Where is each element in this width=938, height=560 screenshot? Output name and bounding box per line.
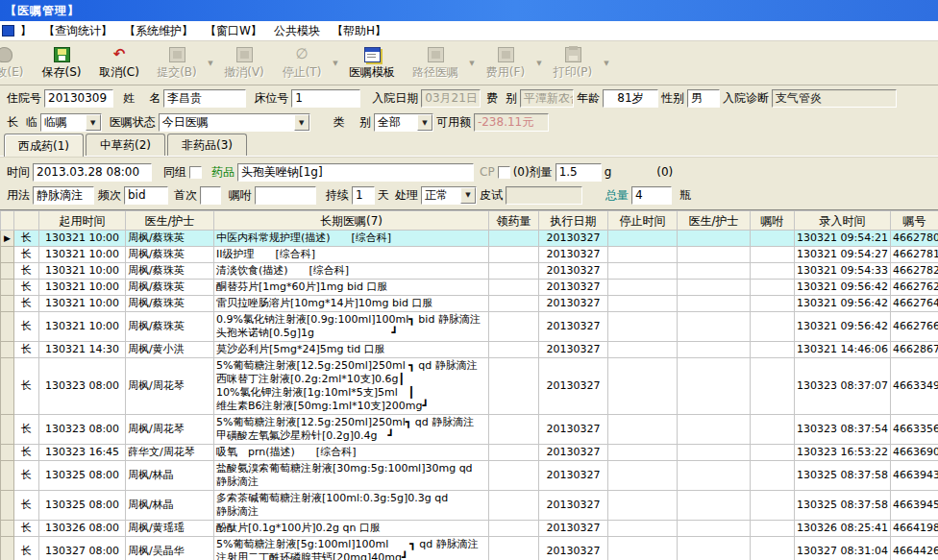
start-time-cell[interactable]: 130325 08:00 xyxy=(39,491,126,521)
exec-date-cell[interactable]: 20130327 xyxy=(539,521,608,537)
stop-doctor-cell[interactable] xyxy=(678,247,751,263)
chevron-down-icon[interactable]: ▼ xyxy=(460,187,476,204)
dispense-qty-cell[interactable] xyxy=(489,461,539,491)
order-status-combo[interactable]: 今日医嘱 ▼ xyxy=(159,113,310,132)
row-indicator[interactable] xyxy=(1,461,14,491)
order-no-cell[interactable]: 4662762 xyxy=(891,280,938,296)
order-type-cell[interactable]: 长 xyxy=(14,280,39,296)
stop-doctor-cell[interactable] xyxy=(678,445,751,461)
stop-doctor-cell[interactable] xyxy=(678,358,751,415)
chevron-down-icon[interactable]: ▼ xyxy=(417,114,432,131)
dispense-qty-cell[interactable] xyxy=(489,521,539,537)
order-text-cell[interactable]: 莫沙必利片[5mg*24]5mg tid 口服 xyxy=(214,342,489,358)
stop-time-cell[interactable] xyxy=(608,537,678,560)
entry-time-cell[interactable]: 130323 08:37:07 xyxy=(795,358,891,415)
order-row[interactable]: 长130321 10:00周枫/蔡珠英清淡饮食(描述) [综合科]2013032… xyxy=(1,263,938,280)
column-header[interactable]: 停止时间 xyxy=(608,211,678,231)
order-no-cell[interactable]: 4662867 xyxy=(891,342,938,358)
time-field[interactable]: 2013.03.28 08:00 xyxy=(33,163,152,182)
order-no-cell[interactable]: 4664198 xyxy=(891,521,938,537)
order-row[interactable]: ▶长130321 10:00周枫/蔡珠英中医内科常规护理(描述) [综合科]20… xyxy=(1,231,938,247)
tab-western-medicine[interactable]: 西成药(1) xyxy=(4,134,84,157)
order-text-cell[interactable]: 盐酸氨溴索葡萄糖注射液[30mg:5g:100ml]30mg qd 静脉滴注 xyxy=(214,461,489,491)
process-combo[interactable]: 正常 ▼ xyxy=(421,186,477,205)
column-header[interactable]: 医生/护士 xyxy=(126,211,214,231)
order-row[interactable]: 长130321 10:00周枫/蔡珠英酮替芬片[1mg*60片]1mg bid … xyxy=(1,280,938,296)
doctor-nurse-cell[interactable]: 周枫/蔡珠英 xyxy=(126,247,214,263)
remark-cell[interactable] xyxy=(751,415,795,445)
order-type-cell[interactable]: 长 xyxy=(14,415,39,445)
order-type-cell[interactable]: 长 xyxy=(14,537,39,560)
order-text-cell[interactable]: 吸氧 prn(描述) [综合科] xyxy=(214,445,489,461)
age-field[interactable]: 81岁 xyxy=(603,89,658,108)
exec-date-cell[interactable]: 20130327 xyxy=(539,342,608,358)
exec-date-cell[interactable]: 20130327 xyxy=(539,445,608,461)
order-text-cell[interactable]: 中医内科常规护理(描述) [综合科] xyxy=(214,231,489,247)
stop-doctor-cell[interactable] xyxy=(678,296,751,312)
doctor-nurse-cell[interactable]: 周枫/周花琴 xyxy=(126,415,214,445)
start-time-cell[interactable]: 130325 08:00 xyxy=(39,461,126,491)
remark-cell[interactable] xyxy=(751,280,795,296)
order-no-cell[interactable]: 4664426 xyxy=(891,537,938,560)
start-time-cell[interactable]: 130327 08:00 xyxy=(39,537,126,560)
column-header[interactable]: 长期医嘱(7) xyxy=(214,211,489,231)
row-indicator[interactable] xyxy=(1,521,14,537)
exec-date-cell[interactable]: 20130327 xyxy=(539,280,608,296)
stop-time-cell[interactable] xyxy=(608,461,678,491)
remark-cell[interactable] xyxy=(751,342,795,358)
stop-time-cell[interactable] xyxy=(608,521,678,537)
order-type-cell[interactable]: 长 xyxy=(14,231,39,247)
order-text-cell[interactable]: II级护理 [综合科] xyxy=(214,247,489,263)
column-header[interactable] xyxy=(1,211,14,231)
stop-time-cell[interactable] xyxy=(608,445,678,461)
entry-time-cell[interactable]: 130321 14:46:06 xyxy=(795,342,891,358)
order-row[interactable]: 长130326 08:00周枫/黄瑶瑶酚酞片[0.1g*100片]0.2g qn… xyxy=(1,521,938,537)
exec-date-cell[interactable]: 20130327 xyxy=(539,415,608,445)
order-remark-field[interactable] xyxy=(255,186,316,205)
duration-field[interactable]: 1 xyxy=(352,186,375,205)
order-text-cell[interactable]: 多索茶碱葡萄糖注射液[100ml:0.3g:5g]0.3g qd 静脉滴注 xyxy=(214,491,489,521)
stop-doctor-cell[interactable] xyxy=(678,263,751,280)
column-header[interactable]: 执行日期 xyxy=(539,211,608,231)
order-type-cell[interactable]: 长 xyxy=(14,342,39,358)
entry-time-cell[interactable]: 130326 08:25:41 xyxy=(795,521,891,537)
stop-doctor-cell[interactable] xyxy=(678,312,751,342)
dose-field[interactable]: 1.5 xyxy=(555,163,602,182)
menu-item-help[interactable]: 【帮助H】 xyxy=(330,21,396,41)
start-time-cell[interactable]: 130323 16:45 xyxy=(39,445,126,461)
chevron-down-icon[interactable]: ▼ xyxy=(86,114,101,131)
dispense-qty-cell[interactable] xyxy=(489,312,539,342)
order-no-cell[interactable]: 4663945 xyxy=(891,491,938,521)
sex-field[interactable]: 男 xyxy=(687,89,720,108)
dispense-qty-cell[interactable] xyxy=(489,445,539,461)
column-header[interactable]: 起用时间 xyxy=(39,211,126,231)
dispense-qty-cell[interactable] xyxy=(489,537,539,560)
stop-time-cell[interactable] xyxy=(608,296,678,312)
remark-cell[interactable] xyxy=(751,461,795,491)
exec-date-cell[interactable]: 20130327 xyxy=(539,296,608,312)
order-row[interactable]: 长130321 10:00周枫/蔡珠英0.9%氯化钠注射液[0.9g:100ml… xyxy=(1,312,938,342)
order-row[interactable]: 长130325 08:00周枫/林晶盐酸氨溴索葡萄糖注射液[30mg:5g:10… xyxy=(1,461,938,491)
start-time-cell[interactable]: 130326 08:00 xyxy=(39,521,126,537)
row-indicator[interactable] xyxy=(1,445,14,461)
remark-cell[interactable] xyxy=(751,296,795,312)
doctor-nurse-cell[interactable]: 周枫/蔡珠英 xyxy=(126,280,214,296)
menu-item-window[interactable]: 【窗口W】 xyxy=(203,21,272,41)
stop-doctor-cell[interactable] xyxy=(678,415,751,445)
menu-item-partial[interactable]: 】 xyxy=(18,21,41,41)
order-text-cell[interactable]: 酮替芬片[1mg*60片]1mg bid 口服 xyxy=(214,280,489,296)
doctor-nurse-cell[interactable]: 周枫/蔡珠英 xyxy=(126,263,214,280)
stop-time-cell[interactable] xyxy=(608,231,678,247)
stop-doctor-cell[interactable] xyxy=(678,491,751,521)
order-no-cell[interactable]: 4663943 xyxy=(891,461,938,491)
order-template-button[interactable]: 医嘱模板 xyxy=(340,43,404,83)
order-no-cell[interactable]: 4662782 xyxy=(891,263,938,280)
order-text-cell[interactable]: 酚酞片[0.1g*100片]0.2g qn 口服 xyxy=(214,521,489,537)
dispense-qty-cell[interactable] xyxy=(489,491,539,521)
stop-time-cell[interactable] xyxy=(608,263,678,280)
row-indicator[interactable]: ▶ xyxy=(1,231,14,247)
row-indicator[interactable] xyxy=(1,342,14,358)
menu-item-public-modules[interactable]: 公共模块 xyxy=(272,21,330,41)
remark-cell[interactable] xyxy=(751,231,795,247)
start-time-cell[interactable]: 130321 14:30 xyxy=(39,342,126,358)
